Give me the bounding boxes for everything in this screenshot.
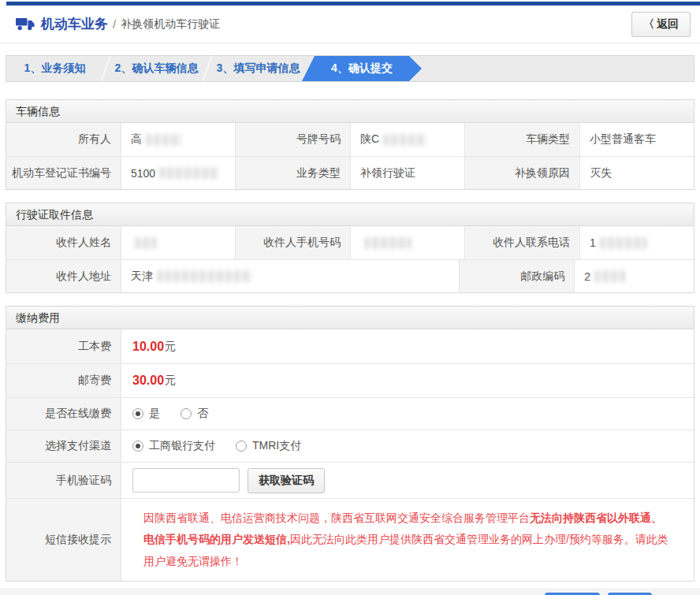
owner-value: 高	[121, 123, 236, 156]
sms-code-controls: 获取验证码	[121, 463, 694, 498]
reason-label: 补换领原因	[465, 157, 580, 189]
sms-notice-part1: 因陕西省联通、电信运营商技术问题，陕西省互联网交通安全综合服务管理平台	[143, 511, 530, 524]
footer-action-bar: 上一步 完成	[0, 588, 700, 595]
cost-fee-unit: 元	[165, 340, 176, 354]
plate-value: 陕C	[351, 123, 465, 156]
truck-icon	[16, 17, 35, 31]
sms-code-label: 手机验证码	[6, 463, 121, 498]
vehicle-info-panel: 车辆信息 所有人 高 号牌号码 陕C 车辆类型 小型普通客车 机动车登记证书编号…	[6, 99, 694, 190]
vehicle-type-value: 小型普通客车	[580, 123, 694, 156]
table-row: 收件人地址 天津 邮政编码 2	[6, 259, 694, 292]
step-2-confirm-vehicle[interactable]: 2、确认车辆信息	[108, 56, 205, 81]
table-row: 所有人 高 号牌号码 陕C 车辆类型 小型普通客车	[6, 123, 694, 156]
vehicle-info-title: 车辆信息	[6, 100, 694, 123]
redacted-blur	[364, 237, 411, 249]
recipient-phone-label: 收件人联系电话	[465, 226, 580, 259]
recipient-mobile-label: 收件人手机号码	[236, 226, 351, 259]
sms-notice-label: 短信接收提示	[6, 499, 121, 581]
cost-fee-row: 工本费 10.00 元	[6, 329, 694, 363]
recipient-address-label: 收件人地址	[6, 260, 121, 292]
payment-title: 缴纳费用	[6, 307, 694, 329]
online-pay-yes-option[interactable]: 是	[132, 407, 160, 421]
recipient-phone-value: 1	[580, 226, 694, 259]
redacted-blur	[594, 270, 626, 282]
online-pay-options: 是 否	[121, 398, 694, 430]
redacted-blur	[135, 237, 157, 249]
sms-notice-text: 因陕西省联通、电信运营商技术问题，陕西省互联网交通安全综合服务管理平台无法向持陕…	[121, 499, 694, 581]
registration-no-value: 5100	[121, 157, 236, 189]
post-fee-label: 邮寄费	[6, 364, 121, 397]
cost-fee-label: 工本费	[6, 329, 121, 363]
business-type-value: 补领行驶证	[351, 157, 465, 189]
registration-no-label: 机动车登记证书编号	[6, 157, 121, 189]
recipient-address-value: 天津	[121, 260, 460, 292]
wizard-steps: 1、业务须知 2、确认车辆信息 3、填写申请信息 4、确认提交	[6, 55, 694, 82]
cost-fee-value: 10.00 元	[121, 329, 694, 363]
payment-panel: 缴纳费用 工本费 10.00 元 邮寄费 30.00 元 是否在线缴费 是 否 …	[6, 306, 694, 582]
redacted-blur	[146, 134, 181, 146]
channel-tmri-option[interactable]: TMRI支付	[236, 439, 301, 453]
redacted-blur	[600, 237, 647, 249]
payment-channel-label: 选择支付渠道	[6, 430, 121, 462]
back-button[interactable]: 〈返回	[631, 12, 691, 37]
sms-code-input[interactable]	[132, 468, 240, 493]
online-pay-no-option[interactable]: 否	[181, 407, 208, 421]
post-fee-unit: 元	[165, 374, 176, 388]
post-fee-row: 邮寄费 30.00 元	[6, 363, 694, 397]
plate-label: 号牌号码	[236, 123, 351, 156]
recipient-name-value	[121, 226, 236, 259]
postal-code-label: 邮政编码	[460, 260, 575, 292]
recipient-mobile-value	[351, 226, 465, 259]
reason-value: 灭失	[580, 157, 694, 189]
online-pay-label: 是否在线缴费	[6, 398, 121, 430]
pickup-info-panel: 行驶证取件信息 收件人姓名 收件人手机号码 收件人联系电话 1 收件人地址 天津…	[6, 203, 694, 293]
radio-unchecked-icon[interactable]	[236, 441, 247, 452]
vehicle-type-label: 车辆类型	[465, 123, 580, 156]
online-pay-row: 是否在线缴费 是 否	[6, 397, 694, 430]
cost-fee-amount: 10.00	[132, 340, 164, 354]
breadcrumb-separator: /	[113, 17, 116, 31]
step-3-fill-application[interactable]: 3、填写申请信息	[210, 56, 307, 81]
page-title: 机动车业务	[41, 15, 108, 33]
back-chevron-icon: 〈	[643, 17, 654, 30]
redacted-blur	[383, 134, 426, 146]
step-4-confirm-submit-active[interactable]: 4、确认提交	[302, 56, 422, 81]
owner-label: 所有人	[6, 123, 121, 156]
recipient-name-label: 收件人姓名	[6, 226, 121, 259]
post-fee-value: 30.00 元	[121, 364, 694, 397]
table-row: 收件人姓名 收件人手机号码 收件人联系电话 1	[6, 226, 694, 259]
page-header: 机动车业务 / 补换领机动车行驶证 〈返回	[0, 6, 700, 43]
redacted-blur	[157, 270, 251, 282]
get-sms-code-button[interactable]: 获取验证码	[248, 468, 325, 493]
business-type-label: 业务类型	[236, 157, 351, 189]
redacted-blur	[159, 167, 218, 179]
sms-code-row: 手机验证码 获取验证码	[6, 462, 694, 498]
radio-checked-icon[interactable]	[132, 441, 143, 452]
back-button-label: 返回	[657, 17, 679, 30]
radio-unchecked-icon[interactable]	[181, 408, 192, 419]
payment-channel-row: 选择支付渠道 工商银行支付 TMRI支付	[6, 430, 694, 462]
table-row: 机动车登记证书编号 5100 业务类型 补领行驶证 补换领原因 灭失	[6, 156, 694, 189]
post-fee-amount: 30.00	[132, 374, 164, 388]
channel-icbc-option[interactable]: 工商银行支付	[132, 439, 215, 453]
payment-channel-options: 工商银行支付 TMRI支付	[121, 430, 694, 462]
pickup-info-title: 行驶证取件信息	[6, 203, 694, 226]
step-1-business-notice[interactable]: 1、业务须知	[6, 56, 103, 81]
radio-checked-icon[interactable]	[132, 408, 143, 419]
postal-code-value: 2	[575, 260, 694, 292]
breadcrumb-subtitle: 补换领机动车行驶证	[121, 17, 220, 32]
sms-notice-row: 短信接收提示 因陕西省联通、电信运营商技术问题，陕西省互联网交通安全综合服务管理…	[6, 498, 694, 581]
